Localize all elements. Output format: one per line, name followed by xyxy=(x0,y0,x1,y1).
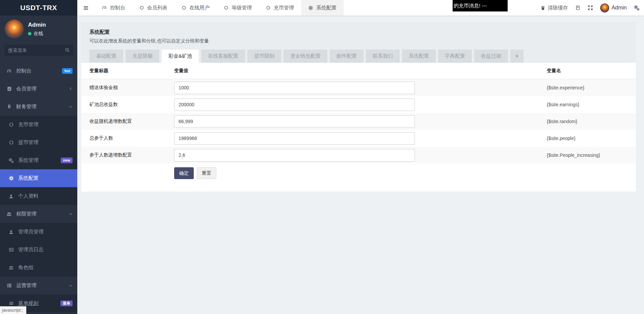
sidebar-item-label: 会员管理 xyxy=(16,86,36,92)
sidebar-item-label: 权限管理 xyxy=(16,211,36,217)
search-input[interactable] xyxy=(4,45,73,56)
sidebar-item-admin-manage[interactable]: 管理员管理 xyxy=(0,223,77,241)
gear-icon xyxy=(8,176,15,181)
tab-deposit-withdraw-limit[interactable]: 充提限额 xyxy=(126,50,159,63)
chevron-down-icon xyxy=(69,284,73,287)
tab-wallet-config[interactable]: 资金钱包配置 xyxy=(284,50,327,63)
column-header: 变量值 xyxy=(174,68,415,74)
users-icon xyxy=(6,211,12,217)
th-list-icon xyxy=(6,283,12,288)
bars-icon xyxy=(8,301,15,306)
settings-cogs-icon[interactable] xyxy=(634,5,640,11)
sidebar-item-label: 管理员日志 xyxy=(18,247,44,253)
sidebar-item-profile[interactable]: 个人资料 xyxy=(0,187,77,205)
menu-toggle-icon[interactable] xyxy=(77,0,95,16)
avatar[interactable] xyxy=(5,20,24,38)
table-row: 总参于人数 {$site.people} xyxy=(81,130,636,147)
topbar-tab-member-list[interactable]: 会员列表 xyxy=(132,0,175,16)
chevron-left-icon xyxy=(69,87,73,91)
clear-cache-label: 清除缓存 xyxy=(548,5,568,11)
sidebar-item-label: 角色组 xyxy=(18,264,33,271)
table-row: 赠送体验金额 {$site.experience} xyxy=(81,79,636,96)
users-icon xyxy=(8,265,15,270)
page-subtitle: 可以在此增改系统的变量和分组,也可以自定义分组和变量 xyxy=(89,38,628,44)
config-value-input[interactable] xyxy=(174,82,415,94)
submit-button[interactable]: 确定 xyxy=(174,167,194,179)
sidebar-item-withdraw[interactable]: 提币管理 xyxy=(0,134,77,151)
user-name: Admin xyxy=(28,22,46,28)
app-logo[interactable]: USDT-TRX xyxy=(0,0,77,16)
sidebar-item-label: 管理员管理 xyxy=(18,229,44,235)
sidebar-item-role-group[interactable]: 角色组 xyxy=(0,259,77,277)
clear-cache-button[interactable]: 清除缓存 xyxy=(540,5,568,11)
user-status: 在线 xyxy=(28,31,46,37)
tab-contact-us[interactable]: 联系我们 xyxy=(366,50,400,63)
gear-icon xyxy=(308,5,313,10)
tab-mail-config[interactable]: 邮件配置 xyxy=(330,50,364,63)
var-name: {$site.people} xyxy=(547,136,575,141)
config-value-input[interactable] xyxy=(174,98,415,111)
main-content: 系统配置 可以在此增改系统的变量和分组,也可以自定义分组和变量 基础配置 充提限… xyxy=(77,16,644,314)
online-dot xyxy=(28,32,31,35)
sidebar-item-operations[interactable]: 运营管理 xyxy=(0,277,77,294)
tab-withdraw-limit[interactable]: 提币限制 xyxy=(247,50,281,63)
topbar-tab-label: 会员列表 xyxy=(147,5,167,11)
var-name: {$site.People_increasing} xyxy=(547,152,600,158)
status-link-hint: javascript:; xyxy=(0,306,26,314)
sidebar-item-label: 提币管理 xyxy=(18,139,38,146)
topbar-tab-dashboard[interactable]: 控制台 xyxy=(95,0,132,16)
tab-dictionary-config[interactable]: 字典配置 xyxy=(438,50,472,63)
var-title: 赠送体验金额 xyxy=(81,85,174,91)
sidebar-item-label: 充币管理 xyxy=(18,121,38,128)
sidebar-item-admin-log[interactable]: 管理员日志 xyxy=(0,241,77,259)
add-tab-button[interactable]: + xyxy=(510,50,524,63)
topbar-tab-deposit-manage[interactable]: 充币管理 xyxy=(259,0,301,16)
sidebar-item-system-config[interactable]: 系统配置 xyxy=(0,169,77,187)
cogs-icon xyxy=(8,158,15,163)
tab-basic-config[interactable]: 基础配置 xyxy=(89,50,123,63)
search-icon xyxy=(65,48,70,53)
circle-icon xyxy=(182,5,186,10)
user-panel: Admin 在线 xyxy=(0,16,77,42)
var-title: 参于人数递增数配置 xyxy=(81,152,174,158)
sidebar-item-permissions[interactable]: 权限管理 xyxy=(0,205,77,223)
avatar xyxy=(600,3,609,12)
topbar-tab-system-config[interactable]: 系统配置 xyxy=(301,0,344,16)
config-value-input[interactable] xyxy=(174,149,415,162)
tab-system-config[interactable]: 系统配置 xyxy=(402,50,436,63)
sidebar-item-members[interactable]: 会员管理 xyxy=(0,80,77,98)
bitcoin-icon xyxy=(6,104,12,109)
chevron-down-icon xyxy=(69,105,73,109)
var-name: {$site.experience} xyxy=(547,85,584,90)
card-header: 系统配置 可以在此增改系统的变量和分组,也可以自定义分组和变量 基础配置 充提限… xyxy=(81,22,636,63)
sidebar-item-label: 系统配置 xyxy=(18,175,38,181)
fullscreen-icon[interactable] xyxy=(588,5,593,10)
user-icon xyxy=(8,230,15,234)
topbar-tab-level-manage[interactable]: 等级管理 xyxy=(217,0,259,16)
tab-earnings-expire[interactable]: 收益过期 xyxy=(474,50,508,63)
address-book-icon xyxy=(6,86,12,91)
user-status-label: 在线 xyxy=(34,31,43,37)
reset-button[interactable]: 重置 xyxy=(197,167,216,179)
gauge-icon xyxy=(6,68,12,74)
sidebar-item-system[interactable]: 系统管理 new xyxy=(0,151,77,169)
topbar-tab-online-users[interactable]: 在线用户 xyxy=(175,0,217,16)
column-header: 变量标题 xyxy=(81,68,174,74)
sidebar-item-dashboard[interactable]: 控制台 hot xyxy=(0,62,77,80)
sidebar-item-deposit[interactable]: 充币管理 xyxy=(0,116,77,134)
tab-bonus-mining-pool[interactable]: 彩金&矿池 xyxy=(162,50,199,63)
book-icon[interactable] xyxy=(575,5,581,10)
admin-menu[interactable]: Admin xyxy=(600,3,627,12)
admin-name: Admin xyxy=(612,5,627,11)
sidebar-item-label: 个人资料 xyxy=(18,193,38,199)
config-card: 系统配置 可以在此增改系统的变量和分组,也可以自定义分组和变量 基础配置 充提限… xyxy=(81,22,636,192)
config-value-input[interactable] xyxy=(174,115,415,128)
tab-online-service[interactable]: 在线客服配置 xyxy=(201,50,245,63)
var-name: {$site.earnings} xyxy=(547,102,580,107)
sidebar-item-finance[interactable]: 财务管理 xyxy=(0,98,77,116)
sidebar-search xyxy=(4,45,73,56)
config-value-input[interactable] xyxy=(174,132,415,145)
sidebar-item-label: 运营管理 xyxy=(16,282,36,289)
page-title: 系统配置 xyxy=(89,29,628,35)
newspaper-icon xyxy=(8,247,15,252)
